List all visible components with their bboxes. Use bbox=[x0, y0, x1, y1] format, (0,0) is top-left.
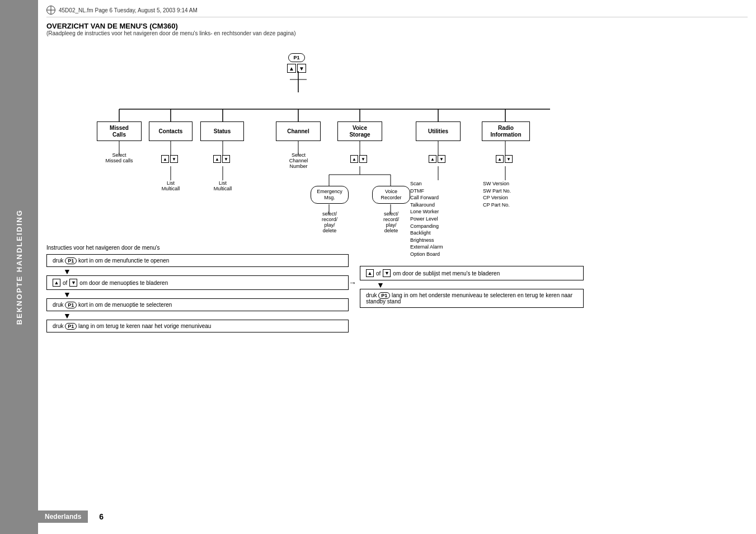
page-title: OVERZICHT VAN DE MENU'S (CM360) bbox=[46, 22, 748, 30]
select-missed-calls: SelectMissed calls bbox=[100, 152, 138, 163]
channel-label: Channel bbox=[287, 128, 309, 135]
contacts-box: Contacts bbox=[149, 121, 192, 141]
p1-inline-3: P1 bbox=[65, 323, 77, 330]
crosshair-icon bbox=[46, 6, 55, 15]
language-label: Nederlands bbox=[38, 510, 88, 523]
voice-storage-box: VoiceStorage bbox=[337, 121, 382, 141]
status-label: Status bbox=[214, 128, 231, 135]
radio-info-list: SW VersionSW Part No.CP VersionCP Part N… bbox=[483, 180, 511, 208]
status-list-multicall: ListMulticall bbox=[208, 180, 237, 191]
select-channel-number: SelectChannelNumber bbox=[278, 152, 320, 169]
emergency-actions: select/record/play/delete bbox=[313, 211, 346, 233]
utilities-arrows: ▲ ▼ bbox=[429, 155, 445, 163]
radio-information-label: RadioInformation bbox=[491, 125, 522, 138]
sidebar-label: BEKNOPTE HANDLEIDING bbox=[15, 209, 24, 325]
missed-calls-box: MissedCalls bbox=[97, 121, 142, 141]
voice-recorder-box: VoiceRecorder bbox=[372, 186, 410, 204]
nav-instructions-right: ▲ of ▼ om door de sublijst met menu's te… bbox=[360, 266, 584, 308]
page-number: 6 bbox=[99, 512, 104, 521]
title-section: OVERZICHT VAN DE MENU'S (CM360) (Raadple… bbox=[46, 22, 748, 36]
file-info: 45D02_NL.fm Page 6 Tuesday, August 5, 20… bbox=[59, 7, 198, 13]
nav-step1-box: druk P1 kort in om de menufunctie te ope… bbox=[46, 254, 349, 267]
up-arrow-btn[interactable]: ▲ bbox=[287, 64, 296, 73]
nav-step4b-box: druk P1 lang in om het onderste menunive… bbox=[360, 289, 584, 308]
nav-step4-box: druk P1 lang in om terug te keren naar h… bbox=[46, 320, 349, 332]
voice-recorder-actions: select/record/play/delete bbox=[374, 211, 408, 233]
status-box: Status bbox=[200, 121, 244, 141]
utilities-box: Utilities bbox=[416, 121, 461, 141]
missed-calls-label: MissedCalls bbox=[110, 125, 129, 138]
utilities-list: ScanDTMFCall ForwardTalkaroundLone Worke… bbox=[410, 180, 443, 258]
radio-info-arrows: ▲ ▼ bbox=[496, 155, 513, 163]
utilities-label: Utilities bbox=[428, 128, 448, 135]
radio-information-box: RadioInformation bbox=[482, 121, 530, 141]
sidebar: BEKNOPTE HANDLEIDING bbox=[0, 0, 38, 534]
nav-title: Instructies voor het navigeren door de m… bbox=[46, 245, 349, 251]
header-line: 45D02_NL.fm Page 6 Tuesday, August 5, 20… bbox=[46, 6, 748, 17]
nav-arrow2: ▼ bbox=[46, 291, 349, 298]
main-content: 45D02_NL.fm Page 6 Tuesday, August 5, 20… bbox=[38, 0, 756, 534]
page-subtitle: (Raadpleeg de instructies voor het navig… bbox=[46, 30, 748, 36]
p1-inline-4: P1 bbox=[378, 292, 390, 299]
emergency-msg-box: EmergencyMsg. bbox=[311, 186, 349, 204]
nav-step3b-box: ▲ of ▼ om door de sublijst met menu's te… bbox=[360, 266, 584, 280]
nav-step2-box: ▲ of ▼ om door de menuopties te bladeren bbox=[46, 275, 349, 290]
horizontal-arrow: → bbox=[349, 278, 356, 287]
nav-instructions: Instructies voor het navigeren door de m… bbox=[46, 245, 349, 332]
nav-arrow3: ▼ bbox=[46, 312, 349, 320]
p1-button[interactable]: P1 bbox=[288, 53, 304, 62]
contacts-arrows: ▲ ▼ bbox=[161, 155, 178, 163]
voice-storage-arrows: ▲ ▼ bbox=[350, 155, 367, 163]
nav-arrow1: ▼ bbox=[46, 268, 349, 275]
status-arrows: ▲ ▼ bbox=[213, 155, 230, 163]
p1-inline-2: P1 bbox=[65, 302, 77, 308]
p1-inline-1: P1 bbox=[65, 257, 77, 264]
p1-section: P1 ▲ ▼ bbox=[287, 53, 306, 73]
voice-storage-label: VoiceStorage bbox=[349, 125, 370, 138]
down-arrow-btn[interactable]: ▼ bbox=[297, 64, 306, 73]
contacts-label: Contacts bbox=[159, 128, 183, 135]
contacts-list-multicall: ListMulticall bbox=[156, 180, 185, 191]
menu-diagram: P1 ▲ ▼ MissedCalls SelectMissed calls Co… bbox=[46, 43, 748, 334]
page-footer: Nederlands 6 bbox=[38, 510, 756, 523]
nav-step3-box: druk P1 kort in om de menuoptie te selec… bbox=[46, 298, 349, 311]
nav-arrow4: ▼ bbox=[360, 281, 584, 289]
channel-box: Channel bbox=[276, 121, 321, 141]
